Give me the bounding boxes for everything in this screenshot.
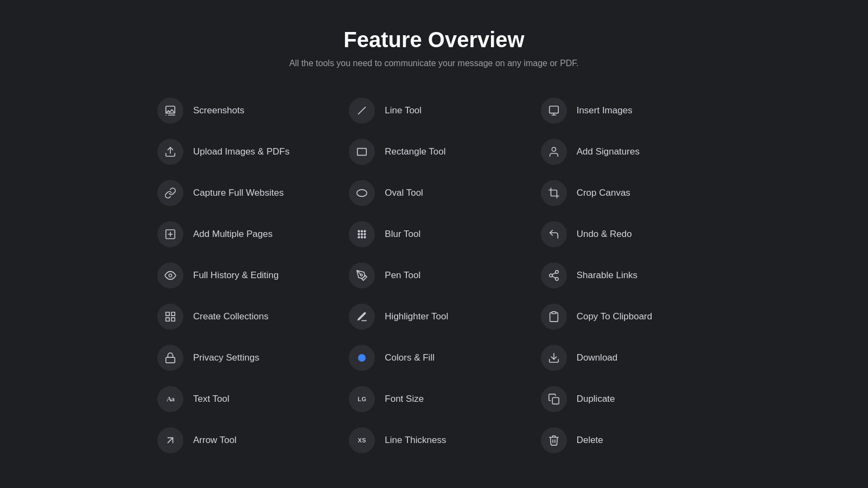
- blur-tool-icon: [349, 221, 375, 247]
- pen-tool-label: Pen Tool: [385, 270, 420, 281]
- text-aa-glyph: Aa: [167, 395, 174, 403]
- insert-images-label: Insert Images: [577, 105, 633, 116]
- features-grid: ScreenshotsLine ToolInsert ImagesUpload …: [146, 90, 722, 461]
- svg-rect-32: [166, 317, 169, 320]
- sharable-links-icon: [541, 262, 567, 288]
- add-signatures-icon: [541, 139, 567, 165]
- svg-rect-37: [552, 397, 559, 404]
- download-label: Download: [577, 352, 618, 363]
- svg-line-3: [359, 107, 366, 114]
- feature-item-screenshots: Screenshots: [146, 90, 338, 131]
- svg-line-38: [168, 438, 173, 442]
- capture-websites-label: Capture Full Websites: [193, 188, 284, 198]
- rectangle-tool-icon: [349, 139, 375, 165]
- undo-redo-label: Undo & Redo: [577, 229, 632, 240]
- svg-rect-8: [358, 148, 367, 155]
- page-header: Feature Overview All the tools you need …: [289, 28, 579, 68]
- delete-icon: [541, 427, 567, 453]
- add-pages-icon: [157, 221, 183, 247]
- svg-rect-31: [171, 312, 175, 315]
- feature-item-delete: Delete: [530, 420, 722, 461]
- feature-item-font-size: LGFont Size: [338, 378, 529, 420]
- add-pages-label: Add Multiple Pages: [193, 229, 272, 240]
- color-dot-circle: [358, 354, 366, 362]
- feature-item-crop-canvas: Crop Canvas: [530, 172, 722, 214]
- font-size-icon: LG: [349, 386, 375, 412]
- crop-canvas-icon: [541, 180, 567, 206]
- line-tool-icon: [349, 98, 375, 124]
- highlighter-tool-icon: [349, 304, 375, 330]
- svg-point-19: [364, 233, 366, 235]
- svg-point-22: [364, 236, 366, 238]
- font-size-label: LG: [358, 396, 366, 402]
- feature-item-highlighter-tool: Highlighter Tool: [338, 296, 529, 337]
- feature-item-pen-tool: Pen Tool: [338, 255, 529, 296]
- text-tool-label: Text Tool: [193, 394, 229, 404]
- svg-point-9: [552, 147, 556, 151]
- svg-rect-34: [552, 311, 556, 313]
- feature-item-add-pages: Add Multiple Pages: [146, 214, 338, 255]
- feature-item-arrow-tool: Arrow Tool: [146, 420, 338, 461]
- feature-item-rectangle-tool: Rectangle Tool: [338, 131, 529, 172]
- download-icon: [541, 345, 567, 371]
- feature-item-upload-images: Upload Images & PDFs: [146, 131, 338, 172]
- screenshots-icon: [157, 98, 183, 124]
- blur-tool-label: Blur Tool: [385, 229, 420, 240]
- pen-tool-icon: [349, 262, 375, 288]
- feature-item-colors-fill: Colors & Fill: [338, 337, 529, 378]
- feature-item-blur-tool: Blur Tool: [338, 214, 529, 255]
- svg-point-18: [361, 233, 363, 235]
- copy-clipboard-label: Copy To Clipboard: [577, 311, 653, 322]
- crop-canvas-label: Crop Canvas: [577, 188, 630, 198]
- svg-point-15: [361, 230, 363, 232]
- svg-rect-4: [549, 106, 558, 113]
- create-collections-label: Create Collections: [193, 311, 269, 322]
- svg-point-10: [357, 189, 367, 196]
- oval-tool-label: Oval Tool: [385, 188, 423, 198]
- text-tool-icon: Aa: [157, 386, 183, 412]
- highlighter-tool-label: Highlighter Tool: [385, 311, 448, 322]
- feature-item-sharable-links: Sharable Links: [530, 255, 722, 296]
- create-collections-icon: [157, 304, 183, 330]
- svg-point-16: [364, 230, 366, 232]
- add-signatures-label: Add Signatures: [577, 146, 640, 157]
- svg-point-14: [358, 230, 360, 232]
- svg-point-21: [361, 236, 363, 238]
- copy-clipboard-icon: [541, 304, 567, 330]
- feature-item-privacy-settings: Privacy Settings: [146, 337, 338, 378]
- line-thickness-icon: XS: [349, 427, 375, 453]
- svg-rect-33: [171, 317, 175, 320]
- page-subtitle: All the tools you need to communicate yo…: [289, 59, 579, 68]
- screenshots-label: Screenshots: [193, 105, 245, 116]
- feature-item-oval-tool: Oval Tool: [338, 172, 529, 214]
- upload-images-label: Upload Images & PDFs: [193, 146, 290, 157]
- feature-item-line-tool: Line Tool: [338, 90, 529, 131]
- colors-fill-icon: [349, 345, 375, 371]
- upload-images-icon: [157, 139, 183, 165]
- duplicate-label: Duplicate: [577, 394, 615, 404]
- feature-item-insert-images: Insert Images: [530, 90, 722, 131]
- font-size-label: Font Size: [385, 394, 424, 404]
- feature-item-create-collections: Create Collections: [146, 296, 338, 337]
- feature-item-copy-clipboard: Copy To Clipboard: [530, 296, 722, 337]
- svg-point-20: [358, 236, 360, 238]
- svg-rect-35: [166, 357, 175, 363]
- undo-redo-icon: [541, 221, 567, 247]
- feature-item-undo-redo: Undo & Redo: [530, 214, 722, 255]
- feature-item-duplicate: Duplicate: [530, 378, 722, 420]
- svg-line-28: [552, 276, 556, 278]
- svg-point-23: [169, 274, 172, 277]
- oval-tool-icon: [349, 180, 375, 206]
- page-title: Feature Overview: [289, 28, 579, 52]
- svg-point-24: [361, 274, 363, 276]
- duplicate-icon: [541, 386, 567, 412]
- privacy-settings-label: Privacy Settings: [193, 352, 259, 363]
- feature-item-download: Download: [530, 337, 722, 378]
- svg-line-29: [552, 272, 556, 274]
- privacy-settings-icon: [157, 345, 183, 371]
- full-history-label: Full History & Editing: [193, 270, 279, 281]
- colors-fill-label: Colors & Fill: [385, 352, 435, 363]
- arrow-tool-icon: [157, 427, 183, 453]
- feature-item-add-signatures: Add Signatures: [530, 131, 722, 172]
- capture-websites-icon: [157, 180, 183, 206]
